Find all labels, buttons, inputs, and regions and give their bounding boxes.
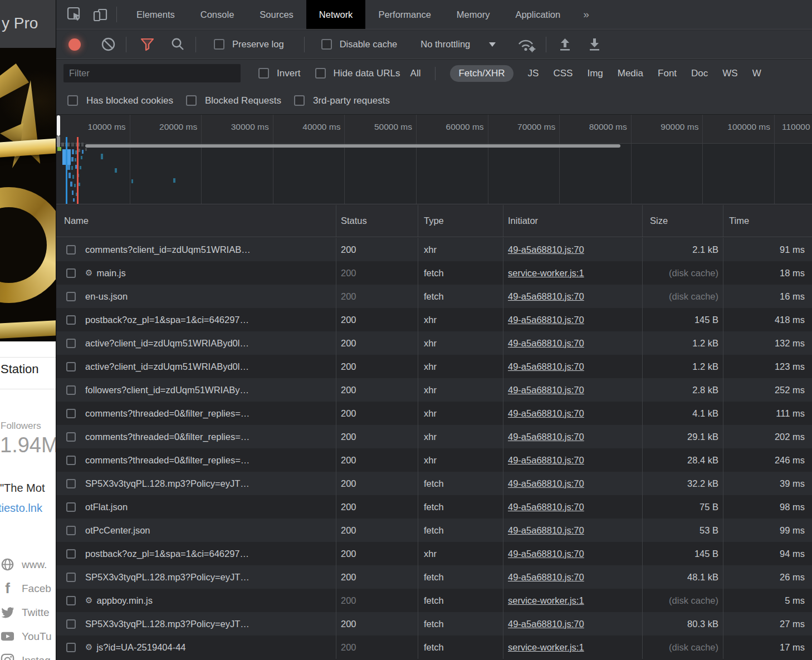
initiator-link[interactable]: service-worker.js:1	[508, 268, 584, 278]
column-header-time[interactable]: Time	[723, 205, 812, 237]
column-header-name[interactable]: Name	[56, 205, 336, 237]
has-blocked-cookies-checkbox[interactable]	[67, 95, 78, 106]
social-link-www[interactable]: www.	[1, 553, 56, 576]
filter-type-media[interactable]: Media	[618, 65, 643, 82]
table-row[interactable]: ⚙appboy.min.js200fetchservice-worker.js:…	[56, 589, 812, 612]
initiator-link[interactable]: 49-a5a68810.js:70	[508, 385, 584, 395]
preserve-log-checkbox[interactable]	[214, 39, 224, 50]
export-har-icon[interactable]	[587, 37, 602, 52]
initiator-link[interactable]: 49-a5a68810.js:70	[508, 525, 584, 536]
request-checkbox[interactable]	[66, 526, 76, 535]
table-row[interactable]: otFlat.json200fetch49-a5a68810.js:7075 B…	[56, 495, 812, 519]
tab-performance[interactable]: Performance	[365, 0, 443, 29]
table-row[interactable]: comments?threaded=0&filter_replies=…200x…	[56, 425, 812, 448]
network-overview[interactable]: 10000 ms20000 ms30000 ms40000 ms50000 ms…	[56, 115, 812, 204]
request-checkbox[interactable]	[66, 385, 76, 395]
throttling-select[interactable]: No throttling	[420, 39, 470, 50]
initiator-link[interactable]: 49-a5a68810.js:70	[508, 432, 584, 442]
request-checkbox[interactable]	[66, 456, 76, 465]
request-checkbox[interactable]	[66, 409, 76, 418]
overview-scrollbar-track[interactable]	[57, 136, 60, 148]
inspect-element-icon[interactable]	[66, 6, 83, 23]
request-checkbox[interactable]	[66, 362, 76, 371]
initiator-link[interactable]: 49-a5a68810.js:70	[508, 619, 584, 629]
initiator-link[interactable]: 49-a5a68810.js:70	[508, 502, 584, 512]
tab-network[interactable]: Network	[306, 0, 366, 29]
table-row[interactable]: comments?client_id=zdUqm51WRIAB…200xhr49…	[56, 238, 812, 261]
3rd-party-requests-checkbox[interactable]	[294, 95, 305, 106]
device-toolbar-icon[interactable]	[92, 6, 109, 23]
request-checkbox[interactable]	[66, 549, 76, 559]
social-link-twitte[interactable]: Twitte	[1, 600, 56, 624]
table-row[interactable]: SP5X3v3tyqPL.128.mp3?Policy=eyJT…200fetc…	[56, 565, 812, 589]
filter-type-css[interactable]: CSS	[553, 65, 573, 82]
overview-scrollbar-thumb[interactable]	[57, 115, 60, 136]
filter-type-all[interactable]: All	[410, 65, 421, 82]
filter-type-font[interactable]: Font	[658, 65, 677, 82]
table-row[interactable]: active?client_id=zdUqm51WRIAByd0l…200xhr…	[56, 331, 812, 355]
filter-type-ws[interactable]: WS	[722, 65, 737, 82]
invert-checkbox[interactable]	[258, 68, 269, 79]
clear-icon[interactable]	[101, 37, 116, 52]
initiator-link[interactable]: 49-a5a68810.js:70	[508, 291, 584, 302]
table-row[interactable]: active?client_id=zdUqm51WRIAByd0l…200xhr…	[56, 355, 812, 378]
tab-application[interactable]: Application	[502, 0, 573, 29]
column-header-type[interactable]: Type	[418, 205, 503, 237]
request-checkbox[interactable]	[66, 268, 76, 278]
import-har-icon[interactable]	[557, 37, 573, 52]
table-row[interactable]: SP5X3v3tyqPL.128.mp3?Policy=eyJT…200fetc…	[56, 472, 812, 495]
bio-link[interactable]: tiesto.lnk	[0, 502, 42, 515]
request-checkbox[interactable]	[66, 573, 76, 582]
request-checkbox[interactable]	[66, 596, 76, 605]
table-row[interactable]: otPcCenter.json200fetch49-a5a68810.js:70…	[56, 519, 812, 542]
filter-type-w[interactable]: W	[752, 65, 761, 82]
network-conditions-icon[interactable]	[517, 37, 537, 52]
filter-type-img[interactable]: Img	[587, 65, 603, 82]
request-checkbox[interactable]	[66, 292, 76, 301]
record-icon[interactable]	[69, 38, 81, 51]
request-checkbox[interactable]	[66, 315, 76, 325]
request-checkbox[interactable]	[66, 245, 76, 255]
blocked-requests-checkbox[interactable]	[186, 95, 197, 106]
request-checkbox[interactable]	[66, 502, 76, 512]
table-row[interactable]: ⚙js?id=UA-2519404-44200fetchservice-work…	[56, 635, 812, 659]
initiator-link[interactable]: 49-a5a68810.js:70	[508, 408, 584, 419]
initiator-link[interactable]: 49-a5a68810.js:70	[508, 361, 584, 372]
column-header-initiator[interactable]: Initiator	[503, 205, 643, 237]
filter-icon[interactable]	[140, 37, 155, 52]
initiator-link[interactable]: 49-a5a68810.js:70	[508, 245, 584, 255]
social-link-instag[interactable]: Instag	[1, 648, 56, 660]
tab-memory[interactable]: Memory	[444, 0, 503, 29]
request-checkbox[interactable]	[66, 339, 76, 348]
column-header-size[interactable]: Size	[643, 205, 723, 237]
initiator-link[interactable]: 49-a5a68810.js:70	[508, 338, 584, 349]
table-row[interactable]: ⚙main.js200fetchservice-worker.js:1(disk…	[56, 261, 812, 285]
filter-type-doc[interactable]: Doc	[691, 65, 708, 82]
table-row[interactable]: comments?threaded=0&filter_replies=…200x…	[56, 448, 812, 472]
initiator-link[interactable]: 49-a5a68810.js:70	[508, 455, 584, 466]
tab-sources[interactable]: Sources	[247, 0, 306, 29]
tab-elements[interactable]: Elements	[124, 0, 188, 29]
table-row[interactable]: followers?client_id=zdUqm51WRIABy…200xhr…	[56, 378, 812, 402]
tab-console[interactable]: Console	[188, 0, 247, 29]
request-checkbox[interactable]	[66, 619, 76, 629]
filter-type-js[interactable]: JS	[528, 65, 539, 82]
filter-type-fetch-xhr[interactable]: Fetch/XHR	[450, 65, 513, 82]
table-row[interactable]: SP5X3v3tyqPL.128.mp3?Policy=eyJT…200fetc…	[56, 612, 812, 635]
disable-cache-checkbox[interactable]	[321, 39, 332, 50]
initiator-link[interactable]: 49-a5a68810.js:70	[508, 572, 584, 583]
table-row[interactable]: en-us.json200fetch49-a5a68810.js:70(disk…	[56, 285, 812, 308]
column-header-status[interactable]: Status	[336, 205, 418, 237]
table-row[interactable]: postback?oz_pl=1&spa=1&ci=646297…200xhr4…	[56, 542, 812, 565]
initiator-link[interactable]: service-worker.js:1	[508, 595, 584, 606]
filter-input[interactable]	[63, 64, 241, 82]
social-link-faceb[interactable]: fFaceb	[1, 576, 56, 600]
request-checkbox[interactable]	[66, 479, 76, 488]
initiator-link[interactable]: 49-a5a68810.js:70	[508, 478, 584, 489]
social-link-youtu[interactable]: YouTu	[1, 624, 56, 648]
request-checkbox[interactable]	[66, 643, 76, 652]
more-tabs-button[interactable]: »	[573, 8, 599, 21]
request-checkbox[interactable]	[66, 432, 76, 442]
hide-data-urls-checkbox[interactable]	[315, 68, 326, 79]
search-icon[interactable]	[170, 37, 185, 52]
